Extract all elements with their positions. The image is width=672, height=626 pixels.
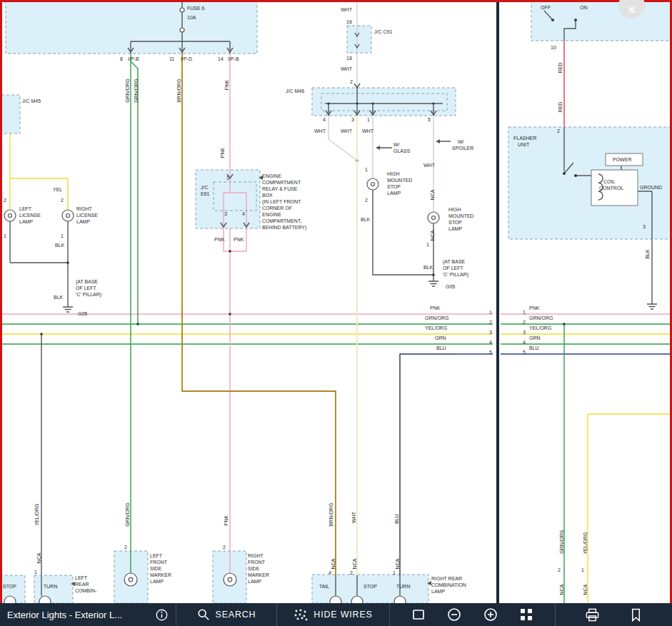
left-rear-stop-lamp (4, 596, 16, 603)
high-mounted-stop-lamp-2 (428, 212, 439, 223)
right-rear-turn-lamp (394, 596, 406, 603)
hide-wires-label: HIDE WIRES (314, 610, 372, 620)
right-front-marker-lamp (224, 573, 236, 586)
wire-blk-stop-lamps (373, 190, 433, 278)
search-label: SEARCH (216, 610, 256, 620)
glass-callout-arrow (376, 146, 380, 150)
info-icon (155, 608, 169, 622)
window-view-icon (411, 607, 426, 622)
window-frame-top (0, 0, 672, 2)
hide-wires-button[interactable]: HIDE WIRES (277, 603, 390, 626)
zoom-out-button[interactable] (447, 607, 461, 622)
power-block (606, 153, 643, 166)
jc-c91-box (347, 26, 371, 53)
wiring-diagram-app: FUSE 610A8I/P-B11I/P-D14I/P-BGRN/ORGGRN/… (0, 0, 672, 626)
jc-m45-box (0, 95, 20, 133)
callout-arrows (71, 139, 451, 586)
ground-flasher (647, 301, 657, 309)
zoom-in-button[interactable] (483, 607, 498, 622)
wire-blk-license (10, 221, 68, 304)
high-mounted-stop-lamp-1 (367, 178, 378, 190)
print-button[interactable] (585, 607, 600, 622)
wire-yel-org-right-drop (588, 414, 670, 603)
engine-relay-box (196, 170, 260, 228)
diagram-title-section[interactable]: Exterior Lights - Exterior L... (0, 603, 176, 626)
diagram-title: Exterior Lights - Exterior L... (7, 610, 122, 620)
right-license-lamp (62, 210, 74, 221)
wire-wht-pin4 (329, 116, 357, 161)
close-icon: × (628, 1, 636, 19)
wire-blu-highlight (400, 354, 457, 575)
right-rear-tail-lamp (330, 596, 341, 603)
zoom-in-icon (483, 607, 498, 622)
connector-pin-chevrons (128, 48, 436, 227)
junction-dots (40, 159, 566, 335)
window-view-button[interactable] (411, 607, 426, 622)
left-front-marker-lamp (124, 573, 137, 586)
view-controls-section (390, 603, 556, 626)
jc-m46-box (312, 88, 456, 116)
fuse-terminal-top (180, 8, 184, 12)
wire-yel-license (10, 133, 68, 210)
window-frame-left (0, 0, 2, 603)
spoiler-callout-arrow (436, 139, 440, 143)
fit-screen-icon (519, 607, 533, 622)
diagram-canvas: FUSE 610A8I/P-B11I/P-D14I/P-BGRN/ORGGRN/… (0, 0, 672, 603)
bus-wires[interactable] (2, 314, 670, 354)
zoom-out-icon (447, 607, 461, 622)
search-icon (197, 608, 210, 621)
search-button[interactable]: SEARCH (176, 603, 277, 626)
bookmark-icon (629, 607, 643, 622)
wire-grn-org-branch (131, 61, 138, 324)
ground-g05-center (428, 278, 438, 286)
page-divider (496, 0, 499, 603)
right-rear-combo-box (312, 575, 428, 603)
info-button[interactable] (155, 608, 169, 622)
ground-g05-left (63, 304, 73, 312)
hide-wires-icon (294, 607, 308, 622)
bookmark-button[interactable] (629, 607, 643, 622)
coil-block (591, 170, 638, 206)
flasher-unit-box (508, 127, 672, 239)
fuse-terminal-bottom (180, 28, 184, 32)
wire-blu-core (400, 354, 493, 575)
wiring-diagram (0, 0, 672, 603)
fit-screen-button[interactable] (519, 607, 533, 622)
right-rear-stop-lamp (351, 596, 363, 603)
output-controls-section (556, 603, 672, 626)
fuse-box (6, 1, 257, 54)
left-license-lamp (4, 210, 16, 221)
bottom-toolbar: Exterior Lights - Exterior L... SEARCH (0, 603, 672, 626)
left-rear-turn-lamp (39, 596, 51, 603)
ground-symbols (63, 278, 657, 312)
print-icon (585, 607, 600, 622)
